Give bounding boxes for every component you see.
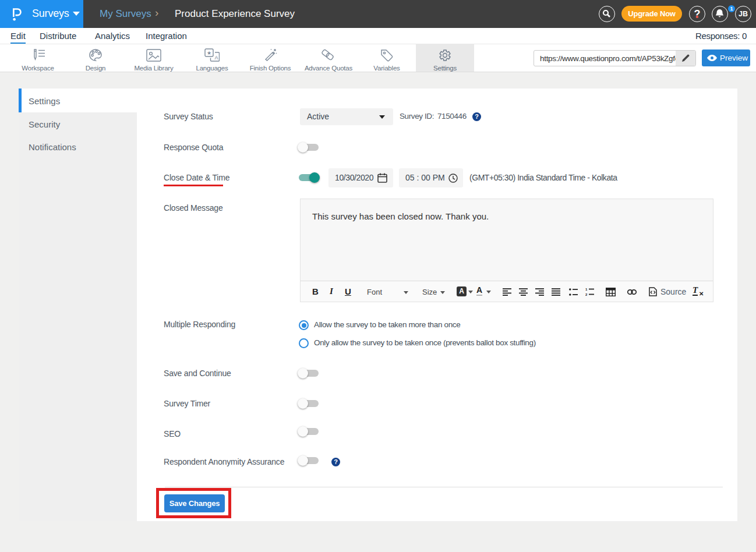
svg-text:1: 1 bbox=[585, 288, 588, 291]
svg-text:A: A bbox=[215, 55, 218, 61]
svg-text:2: 2 bbox=[585, 293, 588, 296]
svg-text:★: ★ bbox=[207, 50, 211, 56]
